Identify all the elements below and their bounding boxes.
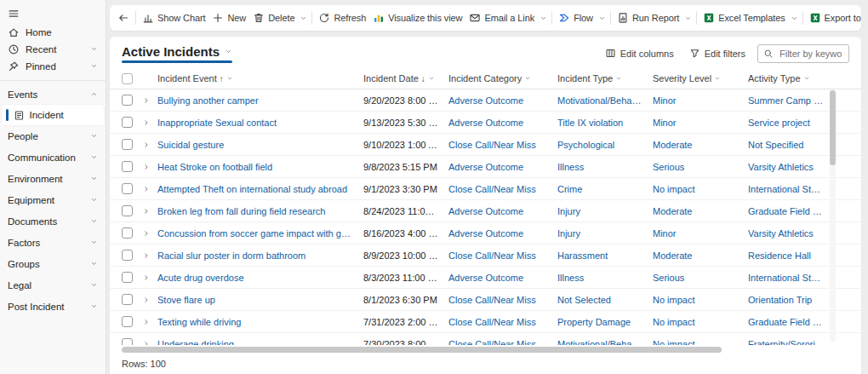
cell-incident-event[interactable]: Inappropriate Sexual contact xyxy=(157,118,363,128)
cell-severity-level[interactable]: Minor xyxy=(653,95,748,106)
row-checkbox[interactable] xyxy=(122,95,133,106)
sidebar-group-communication[interactable]: Communication xyxy=(0,147,106,168)
cell-activity-type[interactable]: Varsity Athletics xyxy=(748,162,836,172)
sidebar-item-home[interactable]: Home xyxy=(0,24,106,41)
run-report-button[interactable]: Run Report xyxy=(614,8,682,28)
cell-severity-level[interactable]: No impact xyxy=(653,184,748,194)
cell-severity-level[interactable]: Moderate xyxy=(653,206,748,216)
cell-incident-event[interactable]: Acute drug overdose xyxy=(157,273,363,283)
cell-incident-category[interactable]: Close Call/Near Miss xyxy=(448,184,557,194)
column-header-incident-event[interactable]: Incident Event↑ xyxy=(157,73,363,83)
sidebar-item-pinned[interactable]: Pinned xyxy=(0,58,106,75)
row-checkbox[interactable] xyxy=(122,316,133,327)
cell-activity-type[interactable]: Not Specified xyxy=(748,140,836,150)
row-checkbox[interactable] xyxy=(122,294,133,305)
expand-row-button[interactable] xyxy=(142,251,157,260)
sidebar-group-equipment[interactable]: Equipment xyxy=(0,189,106,210)
cell-incident-type[interactable]: Injury xyxy=(557,206,653,216)
cell-incident-event[interactable]: Stove flare up xyxy=(157,295,363,305)
column-header-incident-type[interactable]: Incident Type xyxy=(557,73,653,83)
cell-activity-type[interactable]: Varsity Athletics xyxy=(748,228,836,239)
cell-incident-type[interactable]: Injury xyxy=(557,228,653,239)
row-checkbox[interactable] xyxy=(122,161,133,172)
expand-row-button[interactable] xyxy=(142,118,157,127)
row-checkbox[interactable] xyxy=(122,139,133,150)
table-row[interactable]: Racial slur poster in dorm bathroom8/9/2… xyxy=(110,245,861,267)
cell-incident-category[interactable]: Adverse Outcome xyxy=(448,273,557,283)
sidebar-item-recent[interactable]: Recent xyxy=(0,41,106,58)
cell-activity-type[interactable]: International Study Abr... xyxy=(748,273,836,283)
horizontal-scrollbar-thumb[interactable] xyxy=(122,347,722,353)
table-row[interactable]: Acute drug overdose8/3/2023 11:00 PMAdve… xyxy=(110,267,861,289)
row-checkbox[interactable] xyxy=(122,250,133,261)
cell-incident-event[interactable]: Texting while driving xyxy=(157,317,363,327)
table-row[interactable]: Concussion from soccer game impact with … xyxy=(110,222,861,245)
cell-severity-level[interactable]: Moderate xyxy=(653,140,748,150)
cell-incident-type[interactable]: Crime xyxy=(557,184,653,194)
table-row[interactable]: Texting while driving7/31/2023 2:00 PMCl… xyxy=(110,311,861,333)
table-row[interactable]: Stove flare up8/1/2023 6:30 PMClose Call… xyxy=(110,289,861,311)
cell-severity-level[interactable]: Minor xyxy=(653,228,748,239)
email-a-link-dropdown[interactable] xyxy=(538,8,549,28)
email-a-link-button[interactable]: Email a Link xyxy=(465,8,538,28)
export-to-excel-button[interactable]: Export to Excel xyxy=(806,8,861,28)
sidebar-group-groups[interactable]: Groups xyxy=(0,253,106,274)
cell-incident-category[interactable]: Adverse Outcome xyxy=(448,95,557,106)
sidebar-group-post-incident[interactable]: Post Incident xyxy=(0,296,106,317)
cell-incident-event[interactable]: Concussion from soccer game impact with … xyxy=(157,228,363,239)
cell-incident-category[interactable]: Close Call/Near Miss xyxy=(448,317,557,327)
cell-severity-level[interactable]: Minor xyxy=(653,118,748,128)
row-checkbox[interactable] xyxy=(122,205,133,216)
sidebar-group-documents[interactable]: Documents xyxy=(0,210,106,232)
sidebar-group-people[interactable]: People xyxy=(0,125,106,147)
cell-incident-type[interactable]: Illness xyxy=(557,162,653,172)
sidebar-group-legal[interactable]: Legal xyxy=(0,274,106,296)
row-checkbox[interactable] xyxy=(122,183,133,194)
cell-incident-type[interactable]: Property Damage xyxy=(557,317,653,327)
sidebar-group-environment[interactable]: Environment xyxy=(0,168,106,189)
cell-incident-event[interactable]: Attempted Theft on international study a… xyxy=(157,184,363,194)
expand-row-button[interactable] xyxy=(142,207,157,216)
column-header-activity-type[interactable]: Activity Type xyxy=(748,73,836,83)
run-report-dropdown[interactable] xyxy=(682,8,694,28)
filter-keyword-input[interactable] xyxy=(778,48,843,60)
row-checkbox[interactable] xyxy=(122,338,133,345)
cell-incident-event[interactable]: Bullying another camper xyxy=(157,95,363,106)
cell-activity-type[interactable]: Fraternity/Sorority activ... xyxy=(748,339,836,346)
cell-incident-category[interactable]: Close Call/Near Miss xyxy=(448,339,557,346)
cell-severity-level[interactable]: No impact xyxy=(653,339,748,346)
table-row[interactable]: Heat Stroke on football field9/8/2023 5:… xyxy=(110,156,861,178)
cell-incident-event[interactable]: Heat Stroke on football field xyxy=(157,162,363,172)
cell-incident-type[interactable]: Title IX violation xyxy=(557,118,653,128)
cell-incident-type[interactable]: Illness xyxy=(557,273,653,283)
new-button[interactable]: New xyxy=(208,8,249,28)
expand-row-button[interactable] xyxy=(142,229,157,238)
excel-templates-button[interactable]: Excel Templates xyxy=(700,8,788,28)
delete-button[interactable]: Delete xyxy=(249,8,298,28)
sidebar-group-events[interactable]: Events xyxy=(0,83,106,105)
cell-severity-level[interactable]: Moderate xyxy=(653,250,748,261)
cell-incident-type[interactable]: Harassment xyxy=(557,250,653,261)
cell-severity-level[interactable]: Serious xyxy=(653,162,748,172)
cell-incident-category[interactable]: Adverse Outcome xyxy=(448,206,557,216)
expand-row-button[interactable] xyxy=(142,141,157,149)
cell-activity-type[interactable]: International Study Abr... xyxy=(748,184,836,194)
cell-severity-level[interactable]: No impact xyxy=(653,295,748,305)
select-all-checkbox[interactable] xyxy=(122,73,133,84)
cell-incident-event[interactable]: Suicidal gesture xyxy=(157,140,363,150)
expand-row-button[interactable] xyxy=(142,340,157,346)
expand-row-button[interactable] xyxy=(142,163,157,171)
sidebar-item-incident[interactable]: Incident xyxy=(2,105,104,125)
table-row[interactable]: Suicidal gesture9/10/2023 1:00 AMClose C… xyxy=(110,134,861,156)
visualize-this-view-button[interactable]: Visualize this view xyxy=(369,8,465,28)
expand-row-button[interactable] xyxy=(142,273,157,282)
cell-incident-category[interactable]: Close Call/Near Miss xyxy=(448,295,557,305)
flow-dropdown[interactable] xyxy=(597,8,608,28)
delete-dropdown[interactable] xyxy=(298,8,309,28)
show-chart-button[interactable]: Show Chart xyxy=(139,8,208,28)
cell-incident-type[interactable]: Not Selected xyxy=(557,295,653,305)
cell-activity-type[interactable]: Residence Hall xyxy=(748,250,836,261)
edit-filters-button[interactable]: Edit filters xyxy=(686,46,749,60)
horizontal-scrollbar[interactable] xyxy=(122,346,836,354)
cell-activity-type[interactable]: Summer Camp STEM pr... xyxy=(748,95,836,106)
